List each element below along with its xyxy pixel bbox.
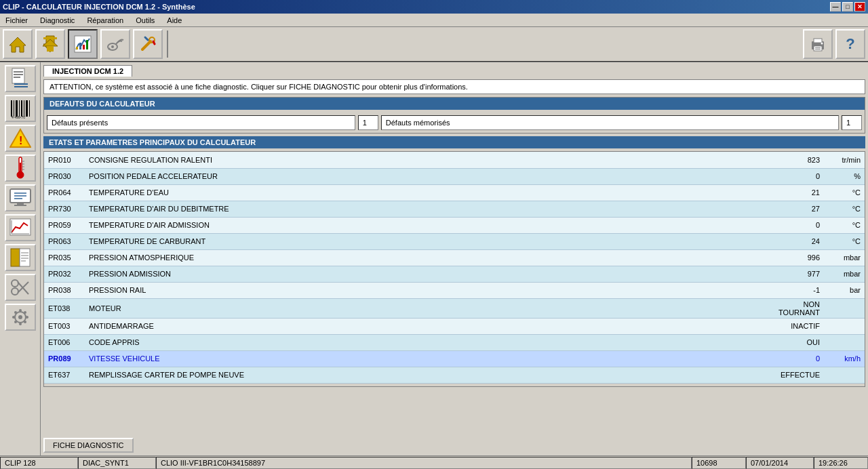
svg-rect-32: [19, 100, 20, 117]
back-button[interactable]: [35, 29, 65, 59]
param-value: 21: [770, 184, 824, 201]
maximize-button[interactable]: □: [842, 2, 853, 12]
scanner-button[interactable]: [100, 29, 130, 59]
svg-marker-0: [9, 37, 26, 52]
param-code: PR059: [44, 217, 85, 233]
menu-reparation[interactable]: Réparation: [84, 15, 126, 26]
param-code: ET006: [44, 334, 85, 350]
tab-injection[interactable]: INJECTION DCM 1.2: [43, 65, 132, 77]
param-code: ET038: [44, 298, 85, 318]
table-row: ET003ANTIDEMARRAGEINACTIF: [44, 318, 865, 334]
svg-rect-31: [16, 100, 18, 117]
sidebar-settings-button[interactable]: [5, 304, 36, 331]
svg-point-68: [19, 309, 22, 312]
param-name: PRESSION RAIL: [85, 282, 770, 298]
param-value: 823: [770, 152, 824, 168]
svg-rect-20: [815, 47, 821, 48]
svg-rect-24: [14, 71, 23, 73]
param-name: CODE APPRIS: [85, 334, 770, 350]
status-diac: DIAC_SYNT1: [78, 457, 156, 469]
defauts-section: DEFAUTS DU CALCULATEUR Défauts présents …: [43, 97, 865, 134]
tools-button[interactable]: [133, 29, 163, 59]
params-table-wrapper[interactable]: PR010CONSIGNE REGULATION RALENTI823tr/mi…: [43, 151, 865, 387]
close-button[interactable]: ✕: [854, 2, 865, 12]
param-name: TEMPERATURE D'AIR ADMISSION: [85, 217, 770, 233]
svg-line-12: [108, 48, 110, 49]
param-name: TEMPERATURE D'AIR DU DEBITMETRE: [85, 201, 770, 217]
param-code: PR730: [44, 201, 85, 217]
sidebar-scissors-button[interactable]: [5, 274, 36, 301]
svg-rect-33: [21, 100, 22, 117]
param-unit: km/h: [824, 350, 865, 367]
toolbar-right: ?: [803, 29, 865, 59]
print-button[interactable]: [803, 29, 833, 59]
sidebar-screen-button[interactable]: [5, 184, 36, 211]
param-name: ANTIDEMARRAGE: [85, 318, 770, 334]
svg-rect-49: [14, 205, 26, 206]
svg-text:4-499-70: 4-499-70: [12, 115, 25, 119]
status-vehicle: CLIO III-VF1BR1C0H34158897: [156, 457, 692, 469]
defauts-presents-field: Défauts présents: [47, 115, 355, 130]
menu-outils[interactable]: Outils: [133, 15, 157, 26]
param-unit: [824, 318, 865, 334]
param-unit: °C: [824, 233, 865, 249]
sidebar-temperature-button[interactable]: [5, 155, 36, 182]
menu-bar: Fichier Diagnostic Réparation Outils Aid…: [0, 14, 868, 27]
svg-rect-57: [20, 249, 30, 266]
sidebar-chart-button[interactable]: [5, 214, 36, 241]
table-row: PR038PRESSION RAIL-1bar: [44, 282, 865, 298]
svg-point-63: [12, 280, 18, 287]
svg-rect-34: [24, 100, 24, 117]
status-date: 07/01/2014: [746, 457, 814, 469]
content-area: INJECTION DCM 1.2 ATTENTION, ce système …: [41, 62, 868, 455]
param-value: 0: [770, 350, 824, 367]
sidebar-barcode-button[interactable]: 4-499-70: [5, 95, 36, 122]
status-bar: CLIP 128 DIAC_SYNT1 CLIO III-VF1BR1C0H34…: [0, 455, 868, 469]
status-id: 10698: [692, 457, 746, 469]
svg-rect-21: [815, 49, 821, 49]
param-value: -1: [770, 282, 824, 298]
param-unit: °C: [824, 201, 865, 217]
svg-rect-7: [79, 43, 81, 49]
table-row: PR010CONSIGNE REGULATION RALENTI823tr/mi…: [44, 152, 865, 168]
svg-line-13: [142, 41, 151, 49]
param-value: OUI: [770, 334, 824, 350]
table-row: PR030POSITION PEDALE ACCELERATEUR0%: [44, 168, 865, 184]
sidebar-doc-button[interactable]: [5, 65, 36, 92]
svg-rect-36: [29, 100, 30, 117]
param-code: PR010: [44, 152, 85, 168]
param-name: CONSIGNE REGULATION RALENTI: [85, 152, 770, 168]
menu-aide[interactable]: Aide: [164, 15, 184, 26]
home-button[interactable]: [3, 29, 33, 59]
param-name: TEMPERATURE D'EAU: [85, 184, 770, 201]
table-row: PR064TEMPERATURE D'EAU21°C: [44, 184, 865, 201]
sidebar-book-button[interactable]: [5, 244, 36, 271]
param-code: PR064: [44, 184, 85, 201]
menu-diagnostic[interactable]: Diagnostic: [37, 15, 77, 26]
svg-point-73: [24, 321, 26, 323]
etats-section-header: ETATS ET PARAMETRES PRINCIPAUX DU CALCUL…: [43, 136, 865, 148]
param-code: ET003: [44, 318, 85, 334]
chart-button[interactable]: [68, 29, 98, 59]
fiche-diagnostic-button[interactable]: FICHE DIAGNOSTIC: [43, 438, 134, 453]
tab-bar: INJECTION DCM 1.2: [43, 65, 865, 77]
table-row: PR063TEMPERATURE DE CARBURANT24°C: [44, 233, 865, 249]
defauts-section-header: DEFAUTS DU CALCULATEUR: [44, 98, 865, 110]
table-row: PR032PRESSION ADMISSION977mbar: [44, 266, 865, 282]
menu-fichier[interactable]: Fichier: [3, 15, 31, 26]
svg-text:!: !: [19, 135, 22, 146]
svg-line-15: [153, 41, 155, 44]
table-row: PR059TEMPERATURE D'AIR ADMISSION0°C: [44, 217, 865, 233]
help-button[interactable]: ?: [835, 29, 865, 59]
table-row: PR089VITESSE VEHICULE0km/h: [44, 350, 865, 367]
sidebar-warning-button[interactable]: !: [5, 125, 36, 152]
param-name: PRESSION ATMOSPHERIQUE: [85, 249, 770, 266]
svg-rect-8: [83, 45, 85, 49]
param-unit: °C: [824, 217, 865, 233]
info-text: ATTENTION, ce système est associé à une …: [50, 83, 468, 91]
minimize-button[interactable]: —: [830, 2, 841, 12]
table-row: PR035PRESSION ATMOSPHERIQUE996mbar: [44, 249, 865, 266]
param-code: PR038: [44, 282, 85, 298]
param-unit: [824, 334, 865, 350]
params-table: PR010CONSIGNE REGULATION RALENTI823tr/mi…: [44, 152, 865, 384]
